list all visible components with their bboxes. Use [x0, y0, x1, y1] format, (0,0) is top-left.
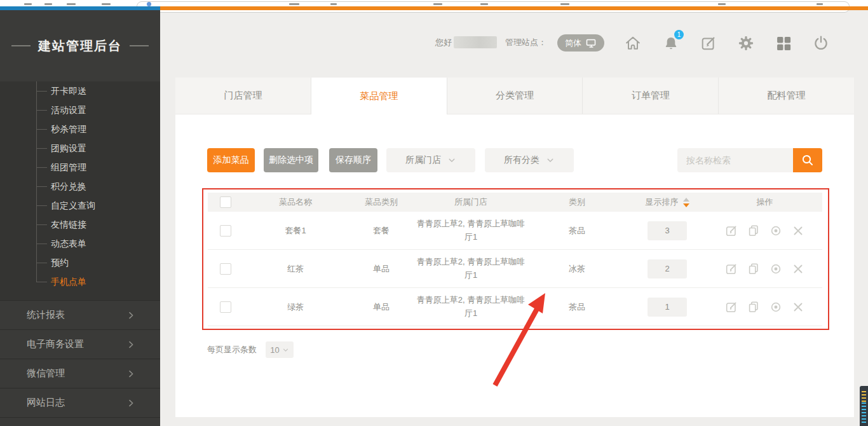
home-button[interactable]: [624, 34, 642, 52]
url-text-fragment: [289, 3, 299, 5]
delete-row-icon[interactable]: [791, 300, 805, 314]
logout-button[interactable]: [812, 34, 830, 52]
power-icon: [812, 34, 830, 52]
add-dish-button[interactable]: 添加菜品: [207, 148, 255, 172]
browser-toolbar-fragment: [102, 3, 111, 5]
row-checkbox[interactable]: [220, 263, 231, 275]
search-icon: [800, 153, 815, 168]
url-text-fragment: [480, 3, 488, 5]
toolbar: 添加菜品 删除选中项 保存顺序 所属门店 所有分类: [175, 148, 854, 172]
content-panel: 门店管理 菜品管理 分类管理 订单管理 配料管理 添加菜品 删除选中项 保存顺序…: [175, 78, 854, 417]
table-row: 绿茶 单品 青青原上草2, 青青原上草咖啡厅1 茶品 1: [208, 288, 822, 326]
tab-ingredient-management[interactable]: 配料管理: [719, 78, 854, 114]
dish-store: 青青原上草2, 青青原上草咖啡厅1: [415, 256, 527, 281]
edit-row-icon[interactable]: [724, 300, 738, 314]
language-pill-label: 简体: [565, 38, 581, 49]
dish-name: 绿茶: [243, 301, 348, 313]
edit-icon: [700, 34, 717, 52]
apps-button[interactable]: [775, 34, 792, 52]
sidebar-item-zidingyichaxun[interactable]: 自定义查询: [0, 196, 160, 215]
dish-store: 青青原上草2, 青青原上草咖啡厅1: [415, 217, 527, 243]
sidebar-section-ecommerce[interactable]: 电子商务设置: [0, 330, 160, 359]
sort-order-input[interactable]: 2: [648, 259, 687, 278]
sidebar-item-kaikajisong[interactable]: 开卡即送: [0, 81, 160, 100]
col-header-category: 类别: [527, 196, 627, 208]
dish-store: 青青原上草2, 青青原上草咖啡厅1: [415, 294, 527, 319]
sidebar-item-dongtaibiaodan[interactable]: 动态表单: [0, 234, 160, 253]
select-all-checkbox[interactable]: [220, 196, 231, 208]
url-text-fragment: [718, 3, 726, 5]
dish-table: 菜品名称 菜品类别 所属门店 类别 显示排序 操作 套餐1 套餐 青青原上草2,…: [208, 193, 822, 326]
dish-category: 茶品: [527, 301, 627, 313]
search-button[interactable]: [793, 148, 822, 172]
edit-row-icon[interactable]: [724, 262, 738, 276]
sort-order-input[interactable]: 3: [648, 221, 687, 240]
sidebar-title-text: 建站管理后台: [38, 38, 122, 55]
sort-toggle[interactable]: [683, 198, 689, 207]
dish-name: 套餐1: [243, 225, 348, 237]
preview-row-icon[interactable]: [769, 224, 783, 238]
search-input[interactable]: [677, 148, 793, 172]
copy-row-icon[interactable]: [747, 262, 761, 276]
delete-row-icon[interactable]: [791, 224, 805, 238]
sidebar-item-yuyue[interactable]: 预约: [0, 253, 160, 272]
edit-row-icon[interactable]: [724, 224, 738, 238]
store-filter-dropdown[interactable]: 所属门店: [386, 148, 475, 172]
url-text-fragment: [433, 3, 442, 5]
language-pill[interactable]: 简体: [557, 34, 604, 52]
tab-category-management[interactable]: 分类管理: [447, 78, 583, 114]
grid-icon: [775, 34, 792, 52]
edit-button[interactable]: [700, 34, 717, 52]
pagination: 每页显示条数 10: [207, 341, 294, 358]
tab-order-management[interactable]: 订单管理: [583, 78, 719, 114]
chevron-right-icon: [126, 369, 136, 379]
save-order-button[interactable]: 保存顺序: [329, 148, 377, 172]
monitor-icon: [586, 38, 597, 48]
row-checkbox[interactable]: [220, 225, 231, 237]
chevron-down-icon: [546, 156, 555, 165]
notification-badge: 1: [674, 30, 684, 39]
table-row: 红茶 单品 青青原上草2, 青青原上草咖啡厅1 冰茶 2: [208, 250, 822, 288]
preview-row-icon[interactable]: [769, 262, 783, 276]
sidebar-section-sitelog[interactable]: 网站日志: [0, 388, 160, 418]
tab-dish-management[interactable]: 菜品管理: [311, 78, 447, 114]
title-dash-left: [11, 45, 31, 46]
dish-type: 单品: [348, 301, 415, 313]
sidebar-section-stats[interactable]: 统计报表: [0, 301, 160, 330]
scrollbar-minimap[interactable]: [860, 386, 868, 426]
sidebar-section-wechat[interactable]: 微信管理: [0, 359, 160, 388]
col-header-order: 显示排序: [627, 196, 707, 208]
chevron-right-icon: [126, 310, 136, 320]
notifications-button[interactable]: 1: [662, 34, 680, 52]
col-header-name: 菜品名称: [243, 196, 348, 208]
sort-order-input[interactable]: 1: [648, 298, 687, 317]
page-size-dropdown[interactable]: 10: [266, 341, 294, 358]
chevron-down-icon: [282, 347, 289, 354]
dish-category: 冰茶: [527, 263, 627, 275]
settings-button[interactable]: [737, 34, 755, 52]
page-size-label: 每页显示条数: [207, 344, 257, 355]
delete-selected-button[interactable]: 删除选中项: [264, 148, 318, 172]
sidebar-item-youqinglianjie[interactable]: 友情链接: [0, 215, 160, 234]
sort-asc-icon: [683, 198, 689, 202]
sidebar-item-jifenduihuan[interactable]: 积分兑换: [0, 177, 160, 196]
delete-row-icon[interactable]: [791, 262, 805, 276]
row-checkbox[interactable]: [220, 301, 231, 313]
category-filter-dropdown[interactable]: 所有分类: [485, 148, 574, 172]
copy-row-icon[interactable]: [747, 224, 761, 238]
preview-row-icon[interactable]: [769, 300, 783, 314]
sidebar-item-zutuanguanli[interactable]: 组团管理: [0, 158, 160, 177]
gear-icon: [737, 34, 755, 52]
tab-store-management[interactable]: 门店管理: [175, 78, 311, 114]
copy-row-icon[interactable]: [747, 300, 761, 314]
sidebar-item-shoujidiandan[interactable]: 手机点单: [0, 272, 160, 291]
table-header-row: 菜品名称 菜品类别 所属门店 类别 显示排序 操作: [208, 193, 822, 212]
top-strip-orange: [160, 6, 868, 10]
chevron-down-icon: [447, 156, 456, 165]
sidebar-item-huodongshezhi[interactable]: 活动设置: [0, 100, 160, 120]
dish-name: 红茶: [243, 263, 348, 275]
sidebar-item-miaoshaguanli[interactable]: 秒杀管理: [0, 120, 160, 139]
sidebar-item-tuangoushezhi[interactable]: 团购设置: [0, 139, 160, 158]
site-favicon: [147, 2, 151, 6]
greeting-text: 您好: [435, 37, 452, 48]
